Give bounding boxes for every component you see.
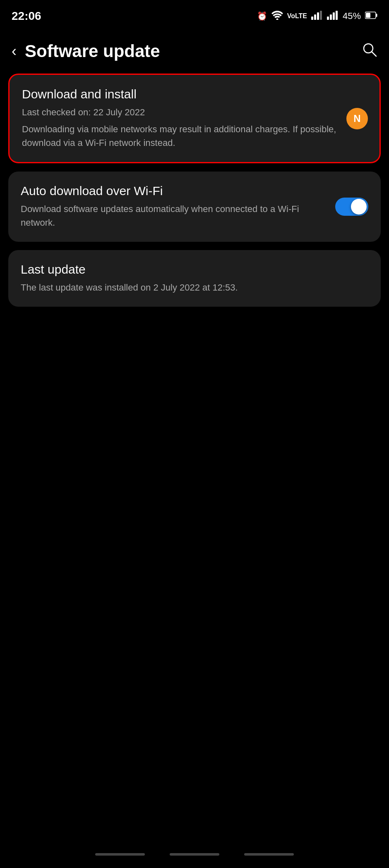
- download-install-title: Download and install: [22, 87, 338, 101]
- battery-text: 45%: [343, 11, 361, 21]
- status-time: 22:06: [12, 10, 41, 23]
- svg-rect-7: [333, 12, 335, 20]
- download-install-last-checked: Last checked on: 22 July 2022: [22, 105, 338, 119]
- svg-rect-8: [336, 11, 338, 20]
- signal2-icon: [327, 11, 339, 22]
- auto-download-row: Auto download over Wi-Fi Download softwa…: [21, 184, 368, 229]
- svg-rect-2: [314, 14, 316, 20]
- svg-rect-11: [366, 13, 370, 18]
- svg-point-0: [276, 18, 278, 20]
- page-header: ‹ Software update: [0, 29, 389, 69]
- status-bar: 22:06 ⏰ VoLTE: [0, 0, 389, 29]
- last-update-title: Last update: [21, 262, 368, 277]
- download-install-warning: Downloading via mobile networks may resu…: [22, 122, 338, 150]
- svg-rect-1: [311, 17, 313, 20]
- nav-indicator-left: [95, 853, 145, 856]
- last-update-description: The last update was installed on 2 July …: [21, 281, 368, 294]
- status-icons: ⏰ VoLTE 45%: [257, 11, 377, 22]
- nav-indicator-center: [170, 853, 219, 856]
- auto-download-toggle[interactable]: [335, 198, 368, 216]
- alarm-icon: ⏰: [257, 11, 267, 21]
- last-update-card: Last update The last update was installe…: [8, 250, 381, 307]
- back-button[interactable]: ‹: [12, 44, 17, 59]
- svg-rect-3: [317, 12, 319, 20]
- search-icon[interactable]: [362, 42, 377, 61]
- download-install-card[interactable]: Download and install Last checked on: 22…: [8, 74, 381, 163]
- volte-icon: VoLTE: [287, 12, 307, 20]
- auto-download-description: Download software updates automatically …: [21, 202, 327, 229]
- header-left: ‹ Software update: [12, 41, 160, 61]
- auto-download-card[interactable]: Auto download over Wi-Fi Download softwa…: [8, 172, 381, 242]
- signal-icon: [311, 11, 323, 22]
- auto-download-text: Auto download over Wi-Fi Download softwa…: [21, 184, 335, 229]
- toggle-knob: [351, 199, 367, 215]
- notification-badge: N: [346, 108, 368, 129]
- nav-indicator-right: [244, 853, 294, 856]
- nav-bar: [0, 849, 389, 860]
- svg-rect-10: [376, 14, 377, 17]
- svg-line-13: [372, 52, 376, 56]
- svg-rect-6: [330, 14, 332, 20]
- battery-icon: [365, 12, 377, 21]
- svg-rect-5: [327, 17, 329, 20]
- auto-download-title: Auto download over Wi-Fi: [21, 184, 327, 198]
- content-area: Download and install Last checked on: 22…: [0, 69, 389, 311]
- svg-rect-4: [320, 11, 322, 20]
- page-title: Software update: [25, 41, 160, 61]
- wifi-icon: [271, 11, 283, 22]
